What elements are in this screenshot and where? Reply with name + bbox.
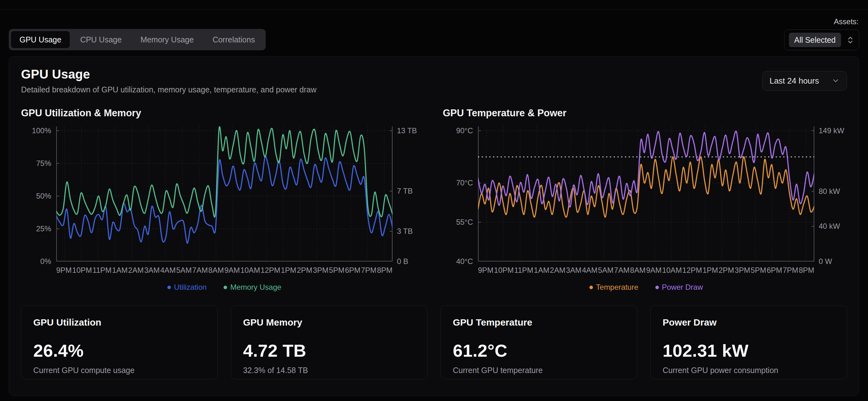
x-axis-tick: 5PM [329,266,344,275]
x-axis-tick: 3PM [735,266,750,275]
left-axis-tick: 50% [36,192,51,200]
card-description: Current GPU compute usage [33,366,206,375]
x-axis-tick: 10PM [494,266,514,275]
top-divider [0,0,868,9]
x-axis-tick: 1AM [534,266,549,275]
charts-row: GPU Utilization & Memory 100%75%50%25%0%… [21,108,847,292]
x-axis-tick: 6PM [345,266,360,275]
x-axis-tick: 2PM [297,266,312,275]
x-axis-tick: 11PM [514,266,533,275]
card-value: 26.4% [33,340,206,361]
x-axis-labels: 9PM10PM11PM1AM2AM3AM4AM5AM7AM8AM9AM10AM1… [56,266,393,275]
left-axis-tick: 40°C [456,257,473,266]
legend-dot-icon [167,286,171,289]
stat-card-gpu-utilization: GPU Utilization 26.4% Current GPU comput… [21,306,218,379]
assets-label: Assets: [834,17,859,26]
legend-item-power-draw[interactable]: Power Draw [655,283,703,292]
chart-grid: 100%75%50%25%0% 13 TB7 TB3 TB0 B 9PM10PM… [21,126,425,292]
tab-memory-usage[interactable]: Memory Usage [132,31,202,48]
x-axis-tick: 2AM [550,266,565,275]
right-axis-labels: 13 TB7 TB3 TB0 B [393,126,425,261]
time-range-value: Last 24 hours [769,76,819,86]
chart-plot[interactable] [56,126,393,261]
left-axis-tick: 55°C [456,218,473,227]
chart-plot[interactable] [478,126,814,261]
x-axis-tick: 1AM [112,266,127,275]
x-axis-tick: 7PM [361,266,376,275]
panel-header-text: GPU Usage Detailed breakdown of GPU util… [21,67,316,94]
card-title: Power Draw [662,317,835,328]
legend-item-temperature[interactable]: Temperature [589,283,639,292]
card-value: 61.2°C [453,340,625,361]
card-description: 32.3% of 14.58 TB [243,366,415,375]
right-axis-tick: 13 TB [397,126,417,135]
assets-control: Assets: All Selected [784,17,859,50]
x-axis-tick: 10AM [240,266,260,275]
x-axis-tick: 11PM [92,266,112,275]
legend-label: Utilization [174,283,207,292]
tab-cpu-usage[interactable]: CPU Usage [71,31,130,48]
stat-card-gpu-temperature: GPU Temperature 61.2°C Current GPU tempe… [441,306,637,379]
left-axis-tick: 75% [36,159,51,168]
left-axis-tick: 25% [36,224,51,233]
legend-item-memory-usage[interactable]: Memory Usage [224,283,281,292]
x-axis-tick: 9AM [224,266,240,275]
page-title: GPU Usage [21,67,316,81]
x-axis-tick: 6PM [767,266,782,275]
legend-label: Memory Usage [230,283,281,292]
x-axis-tick: 5AM [176,266,192,275]
time-range-dropdown[interactable]: Last 24 hours [762,71,847,91]
left-axis-tick: 0% [40,257,51,266]
right-axis-tick: 80 kW [819,187,840,196]
stat-cards-row: GPU Utilization 26.4% Current GPU comput… [21,306,847,379]
series-line-temperature [478,157,814,217]
legend-label: Power Draw [662,283,703,292]
card-description: Current GPU temperature [453,366,625,375]
stat-card-gpu-memory: GPU Memory 4.72 TB 32.3% of 14.58 TB [231,306,427,379]
left-axis-labels: 100%75%50%25%0% [21,126,56,261]
x-axis-tick: 2AM [128,266,144,275]
chart-canvas [478,126,814,261]
page-subtitle: Detailed breakdown of GPU utilization, m… [21,85,316,94]
x-axis-tick: 4AM [160,266,176,275]
x-axis-tick: 9AM [646,266,661,275]
chart-canvas [56,126,393,261]
x-axis-tick: 12PM [261,266,280,275]
x-axis-tick: 3AM [144,266,159,275]
x-axis-tick: 8AM [630,266,645,275]
card-value: 102.31 kW [662,340,835,361]
assets-dropdown[interactable]: All Selected [784,30,859,50]
x-axis-tick: 9PM [478,266,493,275]
chevron-down-icon [832,77,840,85]
chart-title: GPU Utilization & Memory [21,108,425,119]
x-axis-tick: 8PM [377,266,392,275]
tab-correlations[interactable]: Correlations [204,31,264,48]
x-axis-tick: 2PM [718,266,734,275]
x-axis-tick: 3PM [313,266,328,275]
legend-dot-icon [589,286,593,289]
right-axis-labels: 149 kW80 kW40 kW0 W [814,126,847,261]
x-axis-tick: 5AM [598,266,613,275]
chart-legend: TemperaturePower Draw [478,283,814,292]
x-axis-tick: 12PM [682,266,702,275]
x-axis-tick: 8AM [208,266,224,275]
card-value: 4.72 TB [243,340,415,361]
panel-header: GPU Usage Detailed breakdown of GPU util… [21,67,847,94]
tab-gpu-usage[interactable]: GPU Usage [11,31,70,48]
x-axis-labels: 9PM10PM11PM1AM2AM3AM4AM5AM7AM8AM9AM10AM1… [478,266,814,275]
assets-selected-badge: All Selected [789,33,841,47]
right-axis-tick: 3 TB [397,227,413,236]
temperature-power-chart: GPU Temperature & Power 90°C70°C55°C40°C… [443,108,847,292]
x-axis-tick: 10PM [72,266,92,275]
x-axis-tick: 5PM [750,266,766,275]
x-axis-tick: 4AM [582,266,597,275]
tab-list: GPU Usage CPU Usage Memory Usage Correla… [9,29,266,50]
x-axis-tick: 10AM [662,266,682,275]
left-axis-tick: 100% [32,126,51,135]
chevron-up-down-icon [846,36,855,44]
card-description: Current GPU power consumption [662,366,835,375]
x-axis-tick: 8PM [799,266,814,275]
legend-label: Temperature [596,283,639,292]
legend-item-utilization[interactable]: Utilization [167,283,207,292]
left-axis-labels: 90°C70°C55°C40°C [443,126,478,261]
